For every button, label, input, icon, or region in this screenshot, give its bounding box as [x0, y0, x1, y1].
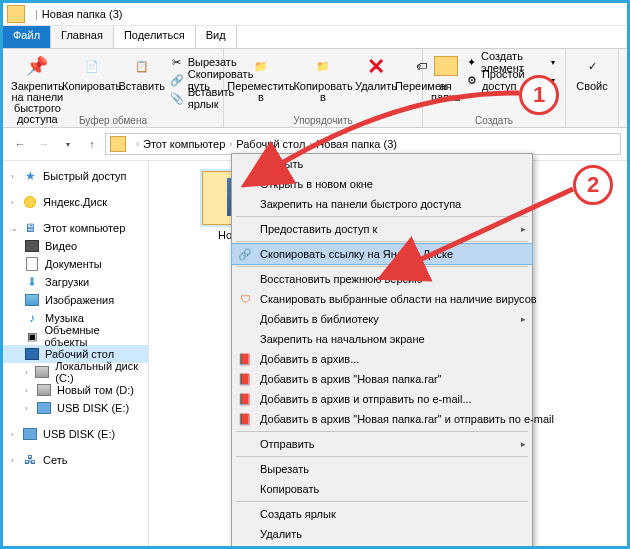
- copy-icon: 📄: [79, 53, 105, 79]
- newitem-icon: ✦: [466, 55, 477, 69]
- tab-file[interactable]: Файл: [3, 26, 51, 48]
- sidebar-videos[interactable]: Видео: [3, 237, 148, 255]
- ctx-scan-virus[interactable]: 🛡Сканировать выбранные области на наличи…: [232, 289, 532, 309]
- ctx-cut[interactable]: Вырезать: [232, 459, 532, 479]
- folder-icon: [7, 5, 25, 23]
- archive-icon: 📕: [238, 372, 252, 386]
- sidebar-downloads[interactable]: ⬇Загрузки: [3, 273, 148, 291]
- link-icon: 🔗: [238, 247, 252, 261]
- archive-icon: 📕: [238, 392, 252, 406]
- tab-view[interactable]: Вид: [196, 26, 237, 48]
- paste-icon: 📋: [129, 53, 155, 79]
- chevron-right-icon: ›: [136, 139, 139, 149]
- sidebar-disk-d[interactable]: ›Новый том (D:): [3, 381, 148, 399]
- nav-history-button[interactable]: ▾: [57, 133, 79, 155]
- usb-icon: [37, 401, 51, 415]
- callout-1: 1: [519, 75, 559, 115]
- pin-icon: 📌: [24, 53, 50, 79]
- ctx-archive-rar-email[interactable]: 📕Добавить в архив "Новая папка.rar" и от…: [232, 409, 532, 429]
- music-icon: ♪: [25, 311, 39, 325]
- path-icon: 🔗: [170, 73, 184, 87]
- sidebar-disk-c[interactable]: ›Локальный диск (C:): [3, 363, 148, 381]
- yandex-disk-icon: [23, 195, 37, 209]
- archive-icon: 📕: [238, 352, 252, 366]
- sidebar-documents[interactable]: Документы: [3, 255, 148, 273]
- ribbon-tabs: Файл Главная Поделиться Вид: [3, 26, 627, 49]
- shield-icon: 🛡: [238, 292, 252, 306]
- scissors-icon: ✂: [170, 55, 184, 69]
- paste-button[interactable]: 📋 Вставить: [118, 51, 166, 92]
- usb-icon: [23, 427, 37, 441]
- nav-forward-button[interactable]: →: [33, 133, 55, 155]
- pc-icon: 🖥: [23, 221, 37, 235]
- chevron-right-icon: ▸: [521, 314, 526, 324]
- arrow-1: [263, 81, 523, 181]
- copy-label: Копировать: [62, 81, 121, 92]
- copyto-icon: 📁: [310, 53, 336, 79]
- titlebar: | Новая папка (3): [3, 3, 627, 26]
- pin-quickaccess-button[interactable]: 📌 Закрепить на панели быстрого доступа: [9, 51, 66, 125]
- ctx-pin-start[interactable]: Закрепить на начальном экране: [232, 329, 532, 349]
- ctx-send-to[interactable]: Отправить▸: [232, 434, 532, 454]
- navigation-pane: ›★Быстрый доступ ›Яндекс.Диск ⌄🖥Этот ком…: [3, 161, 149, 549]
- ctx-add-rar[interactable]: 📕Добавить в архив "Новая папка.rar": [232, 369, 532, 389]
- delete-x-icon: ✕: [363, 53, 389, 79]
- objects-icon: ▣: [25, 329, 39, 343]
- disk-icon: [35, 365, 49, 379]
- paste-label: Вставить: [118, 81, 165, 92]
- network-icon: 🖧: [23, 453, 37, 467]
- desktop-icon: [25, 347, 39, 361]
- chevron-right-icon: ▸: [521, 439, 526, 449]
- video-icon: [25, 239, 39, 253]
- sidebar-3d-objects[interactable]: ▣Объемные объекты: [3, 327, 148, 345]
- breadcrumb-folder-icon: [110, 136, 126, 152]
- window-title: Новая папка (3): [42, 8, 123, 20]
- image-icon: [25, 293, 39, 307]
- star-icon: ★: [23, 169, 37, 183]
- sidebar-disk-e[interactable]: ›USB DISK (E:): [3, 399, 148, 417]
- arrow-2: [403, 183, 583, 273]
- disk-icon: [37, 383, 51, 397]
- ctx-copy[interactable]: Копировать: [232, 479, 532, 499]
- moveto-icon: 📁: [248, 53, 274, 79]
- props-label: Свойс: [576, 81, 607, 92]
- sidebar-yandex-disk[interactable]: ›Яндекс.Диск: [3, 193, 148, 211]
- properties-button[interactable]: ✓ Свойс: [572, 51, 612, 92]
- sidebar-quick-access[interactable]: ›★Быстрый доступ: [3, 167, 148, 185]
- ctx-add-library[interactable]: Добавить в библиотеку▸: [232, 309, 532, 329]
- tab-home[interactable]: Главная: [51, 26, 114, 48]
- sidebar-pictures[interactable]: Изображения: [3, 291, 148, 309]
- shortcut-icon: 📎: [170, 91, 184, 105]
- tab-share[interactable]: Поделиться: [114, 26, 196, 48]
- ctx-delete[interactable]: Удалить: [232, 524, 532, 544]
- sidebar-this-pc[interactable]: ⌄🖥Этот компьютер: [3, 219, 148, 237]
- newfolder-icon: [433, 53, 459, 79]
- nav-back-button[interactable]: ←: [9, 133, 31, 155]
- sidebar-usb[interactable]: ›USB DISK (E:): [3, 425, 148, 443]
- callout-2: 2: [573, 165, 613, 205]
- props-icon: ✓: [579, 53, 605, 79]
- ctx-archive-email[interactable]: 📕Добавить в архив и отправить по e-mail.…: [232, 389, 532, 409]
- nav-up-button[interactable]: ↑: [81, 133, 103, 155]
- crumb-pc[interactable]: Этот компьютер: [143, 138, 225, 150]
- sidebar-network[interactable]: ›🖧Сеть: [3, 451, 148, 469]
- ctx-add-archive[interactable]: 📕Добавить в архив...: [232, 349, 532, 369]
- title-separator: |: [35, 8, 38, 20]
- ctx-create-shortcut[interactable]: Создать ярлык: [232, 504, 532, 524]
- document-icon: [25, 257, 39, 271]
- archive-icon: 📕: [238, 412, 252, 426]
- copy-button[interactable]: 📄 Копировать: [66, 51, 118, 92]
- download-icon: ⬇: [25, 275, 39, 289]
- chevron-right-icon: ›: [229, 139, 232, 149]
- group-clipboard-label: Буфер обмена: [3, 115, 223, 126]
